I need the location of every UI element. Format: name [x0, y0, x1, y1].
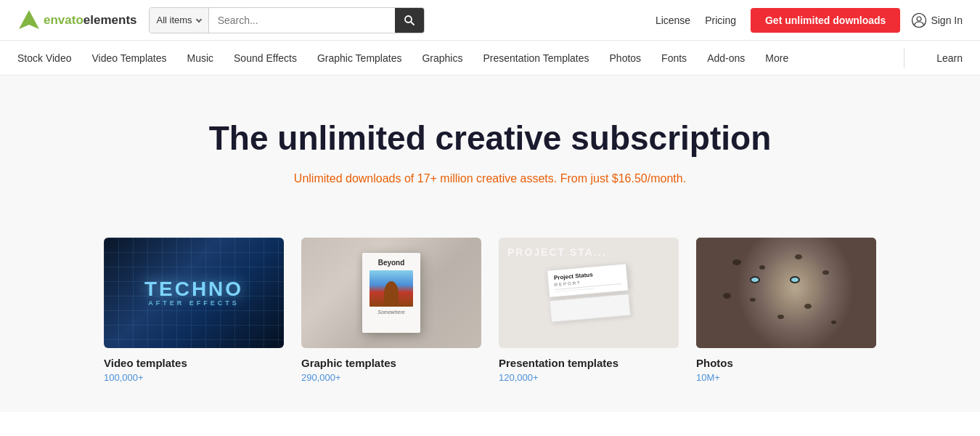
sign-in-link[interactable]: Sign In: [912, 13, 963, 28]
search-input[interactable]: [209, 15, 395, 26]
card-video-label: Video templates: [104, 357, 284, 369]
envato-logo-icon: [17, 9, 41, 32]
logo-text: envatoelements: [44, 13, 137, 28]
card-graphic-templates[interactable]: Beyond Somewhere Graphic templates 290,0…: [301, 238, 481, 383]
hero-subtitle: Unlimited downloads of 17+ million creat…: [17, 172, 963, 185]
nav-add-ons[interactable]: Add-ons: [707, 41, 745, 76]
nav-music[interactable]: Music: [187, 41, 213, 76]
techno-text: TECHNO AFTER EFFECTS: [144, 278, 243, 308]
svg-line-2: [411, 22, 414, 25]
card-presentation-image: Project Sta... Project Status REPORT: [499, 238, 679, 348]
card-video-image: TECHNO AFTER EFFECTS: [104, 238, 284, 348]
nav-more[interactable]: More: [765, 41, 788, 76]
nav-graphics[interactable]: Graphics: [422, 41, 462, 76]
main-nav: Stock Video Video Templates Music Sound …: [0, 41, 980, 76]
sign-in-label: Sign In: [931, 15, 963, 26]
svg-point-4: [917, 17, 921, 21]
card-video-count: 100,000+: [104, 372, 284, 383]
card-graphic-count: 290,000+: [301, 372, 481, 383]
card-photos-label: Photos: [696, 357, 876, 369]
card-photos-image: [696, 238, 876, 348]
search-bar: All items: [149, 7, 425, 33]
chevron-down-icon: [195, 16, 201, 22]
search-dropdown-label: All items: [157, 15, 192, 25]
license-link[interactable]: License: [656, 15, 690, 26]
nav-divider: [904, 48, 905, 68]
pricing-link[interactable]: Pricing: [705, 15, 736, 26]
leopard-eye-right: [790, 276, 800, 283]
nav-learn[interactable]: Learn: [936, 41, 963, 76]
nav-fonts[interactable]: Fonts: [661, 41, 687, 76]
card-graphic-label: Graphic templates: [301, 357, 481, 369]
nav-stock-video[interactable]: Stock Video: [17, 41, 71, 76]
svg-point-3: [912, 13, 926, 27]
card-graphic-image: Beyond Somewhere: [301, 238, 481, 348]
card-photos-count: 10M+: [696, 372, 876, 383]
card-presentation-label: Presentation templates: [499, 357, 679, 369]
hero-title: The unlimited creative subscription: [17, 119, 963, 158]
nav-sound-effects[interactable]: Sound Effects: [234, 41, 297, 76]
presentation-visual: Project Status REPORT: [547, 263, 631, 322]
hero-section: The unlimited creative subscription Unli…: [0, 76, 980, 214]
nav-photos[interactable]: Photos: [610, 41, 642, 76]
search-dropdown[interactable]: All items: [150, 8, 209, 33]
card-video-templates[interactable]: TECHNO AFTER EFFECTS Video templates 100…: [104, 238, 284, 383]
leopard-visual: [696, 238, 876, 348]
project-status-label: Project Sta...: [507, 246, 607, 258]
user-icon: [912, 13, 926, 28]
logo[interactable]: envatoelements: [17, 9, 137, 32]
search-icon: [404, 15, 415, 26]
card-presentation-templates[interactable]: Project Sta... Project Status REPORT Pre…: [499, 238, 679, 383]
card-photos[interactable]: Photos 10M+: [696, 238, 876, 383]
get-unlimited-downloads-button[interactable]: Get unlimited downloads: [751, 8, 900, 33]
top-bar: envatoelements All items License Pricing…: [0, 0, 980, 41]
top-nav-links: License Pricing: [656, 15, 736, 26]
search-button[interactable]: [395, 8, 424, 33]
book-visual: Beyond Somewhere: [362, 253, 420, 333]
nav-graphic-templates[interactable]: Graphic Templates: [317, 41, 401, 76]
nav-video-templates[interactable]: Video Templates: [91, 41, 166, 76]
nav-presentation-templates[interactable]: Presentation Templates: [483, 41, 589, 76]
svg-marker-0: [19, 10, 39, 29]
cards-section: TECHNO AFTER EFFECTS Video templates 100…: [0, 214, 980, 412]
card-presentation-count: 120,000+: [499, 372, 679, 383]
